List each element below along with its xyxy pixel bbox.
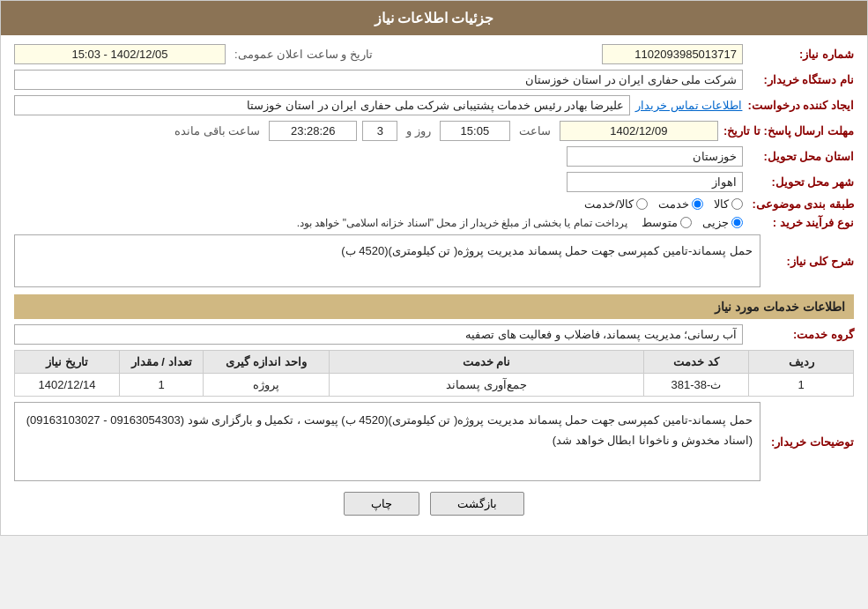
- back-button[interactable]: بازگشت: [430, 492, 524, 516]
- service-group-value: آب رسانی؛ مدیریت پسماند، فاضلاب و فعالیت…: [14, 324, 743, 345]
- buyer-desc-row: توضیحات خریدار: حمل پسماند-تامین کمپرسی …: [14, 402, 854, 481]
- category-radio-kala-khedmat[interactable]: [636, 198, 648, 210]
- page-title: جزئیات اطلاعات نیاز: [375, 11, 494, 26]
- table-cell-count: 1: [120, 374, 204, 397]
- buyer-org-row: نام دستگاه خریدار: شرکت ملی حفاری ایران …: [14, 70, 854, 90]
- date-value: 1402/12/05 - 15:03: [14, 44, 226, 64]
- response-remaining-label: ساعت باقی مانده: [174, 124, 260, 137]
- table-header-date: تاریخ نیاز: [15, 351, 120, 374]
- table-cell-date: 1402/12/14: [15, 374, 120, 397]
- city-label: شهر محل تحویل:: [748, 175, 854, 189]
- need-desc-value: حمل پسماند-تامین کمپرسی جهت حمل پسماند م…: [14, 234, 760, 287]
- city-value: اهواز: [567, 172, 743, 192]
- date-label: تاریخ و ساعت اعلان عمومی:: [234, 48, 373, 61]
- process-radio-jozei[interactable]: [731, 217, 743, 228]
- process-row: نوع فرآیند خرید : متوسط جزیی پرداخت تمام…: [14, 216, 854, 229]
- process-motavasset-label: متوسط: [642, 216, 678, 229]
- creator-row: ایجاد کننده درخواست: اطلاعات تماس خریدار…: [14, 95, 854, 115]
- table-header-name: نام خدمت: [330, 351, 644, 374]
- creator-label: ایجاد کننده درخواست:: [747, 99, 854, 112]
- category-kala-khedmat-label: کالا/خدمت: [584, 197, 634, 211]
- table-row: 1ث-38-381جمع‌آوری پسماندپروژه11402/12/14: [15, 374, 854, 397]
- response-days: 3: [362, 121, 397, 141]
- category-row: طبقه بندی موضوعی: کالا/خدمت خدمت کالا: [14, 197, 854, 211]
- response-date: 1402/12/09: [560, 121, 718, 141]
- response-days-label: روز و: [406, 124, 431, 137]
- table-header-code: کد خدمت: [644, 351, 749, 374]
- service-group-label: گروه خدمت:: [748, 328, 854, 341]
- need-number-row: شماره نیاز: 1102093985013717 تاریخ و ساع…: [14, 44, 854, 64]
- table-cell-code: ث-38-381: [644, 374, 749, 397]
- th-count: تعداد / مقدار: [131, 355, 192, 368]
- buyer-desc-value: حمل پسماند-تامین کمپرسی جهت حمل پسماند م…: [14, 402, 760, 481]
- process-radio-motavasset[interactable]: [680, 217, 692, 228]
- category-option-kala-khedmat[interactable]: کالا/خدمت: [584, 197, 648, 211]
- category-label: طبقه بندی موضوعی:: [748, 197, 854, 211]
- response-deadline-label: مهلت ارسال پاسخ: تا تاریخ:: [723, 124, 854, 137]
- th-date: تاریخ نیاز: [46, 355, 88, 368]
- process-option-motavasset[interactable]: متوسط: [642, 216, 692, 229]
- services-table: ردیف کد خدمت نام خدمت واحد اندازه گیری ت…: [14, 350, 854, 397]
- category-kala-label: کالا: [714, 197, 729, 211]
- process-note: پرداخت تمام یا بخشی از مبلغ خریدار از مح…: [297, 217, 627, 229]
- buyer-org-label: نام دستگاه خریدار:: [748, 73, 854, 86]
- province-label: استان محل تحویل:: [748, 150, 854, 163]
- process-option-jozei[interactable]: جزیی: [702, 216, 743, 229]
- table-header-count: تعداد / مقدار: [120, 351, 204, 374]
- print-button[interactable]: چاپ: [344, 492, 419, 516]
- need-desc-label: شرح کلی نیاز:: [766, 255, 854, 268]
- table-header-unit: واحد اندازه گیری: [204, 351, 330, 374]
- response-remaining: 23:28:26: [269, 121, 357, 141]
- process-jozei-label: جزیی: [702, 216, 729, 229]
- response-time-label: ساعت: [519, 124, 551, 137]
- table-header-row: ردیف: [749, 351, 854, 374]
- need-desc-row: شرح کلی نیاز: حمل پسماند-تامین کمپرسی جه…: [14, 234, 854, 287]
- need-number-label: شماره نیاز:: [748, 48, 854, 61]
- content-area: شماره نیاز: 1102093985013717 تاریخ و ساع…: [1, 35, 867, 535]
- province-value: خوزستان: [567, 146, 743, 167]
- category-option-khedmat[interactable]: خدمت: [658, 197, 703, 211]
- th-name: نام خدمت: [463, 355, 511, 368]
- service-group-row: گروه خدمت: آب رسانی؛ مدیریت پسماند، فاضل…: [14, 324, 854, 345]
- process-label: نوع فرآیند خرید :: [748, 216, 854, 229]
- services-info-header: اطلاعات خدمات مورد نیاز: [14, 294, 854, 319]
- page-header: جزئیات اطلاعات نیاز: [1, 1, 867, 35]
- buyer-desc-label: توضیحات خریدار:: [766, 435, 854, 449]
- table-cell-name: جمع‌آوری پسماند: [330, 374, 644, 397]
- buyer-org-value: شرکت ملی حفاری ایران در استان خوزستان: [14, 70, 743, 90]
- need-number-value: 1102093985013717: [602, 44, 743, 64]
- response-deadline-row: مهلت ارسال پاسخ: تا تاریخ: 1402/12/09 سا…: [14, 121, 854, 141]
- footer-buttons: بازگشت چاپ: [14, 492, 854, 516]
- category-option-kala[interactable]: کالا: [714, 197, 743, 211]
- th-code: کد خدمت: [673, 355, 719, 368]
- th-row: ردیف: [789, 355, 814, 368]
- process-radio-group: متوسط جزیی: [642, 216, 743, 229]
- creator-value: علیرضا بهادر رئیس خدمات پشتیبانی شرکت مل…: [14, 95, 630, 115]
- city-row: شهر محل تحویل: اهواز: [14, 172, 854, 192]
- table-cell-row: 1: [749, 374, 854, 397]
- th-unit: واحد اندازه گیری: [226, 355, 306, 368]
- province-row: استان محل تحویل: خوزستان: [14, 146, 854, 167]
- response-time: 15:05: [440, 121, 510, 141]
- creator-link[interactable]: اطلاعات تماس خریدار: [635, 99, 742, 112]
- category-khedmat-label: خدمت: [658, 197, 689, 211]
- category-radio-kala[interactable]: [731, 198, 743, 210]
- table-cell-unit: پروژه: [204, 374, 330, 397]
- page-container: جزئیات اطلاعات نیاز شماره نیاز: 11020939…: [0, 0, 868, 536]
- category-radio-group: کالا/خدمت خدمت کالا: [584, 197, 743, 211]
- category-radio-khedmat[interactable]: [692, 198, 703, 210]
